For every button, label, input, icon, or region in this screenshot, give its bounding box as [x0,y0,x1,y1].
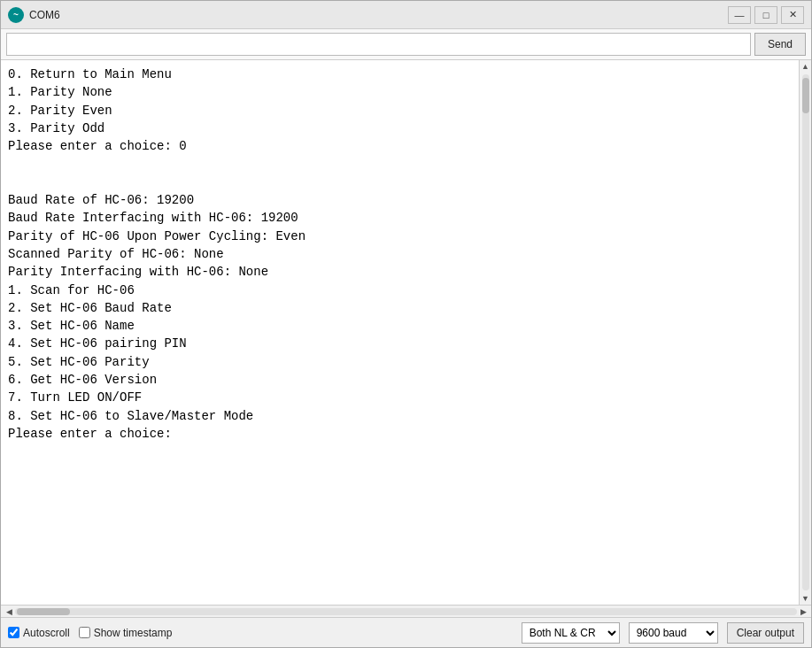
close-button[interactable]: ✕ [781,6,804,24]
scroll-right-arrow[interactable]: ▶ [797,606,809,618]
window-title: COM6 [29,9,728,21]
timestamp-checkbox[interactable] [79,627,90,638]
baud-rate-select[interactable]: 300 baud 1200 baud 2400 baud 4800 baud 9… [629,622,718,644]
title-bar: ~ COM6 — □ ✕ [1,1,811,29]
timestamp-label[interactable]: Show timestamp [94,627,173,639]
line-ending-select[interactable]: No line ending Newline Carriage return B… [522,622,620,644]
scroll-thumb-horizontal[interactable] [17,608,70,615]
scroll-down-arrow[interactable]: ▼ [800,592,812,605]
autoscroll-checkbox[interactable] [8,627,19,638]
timestamp-group: Show timestamp [79,627,173,639]
autoscroll-group: Autoscroll [8,627,70,639]
minimize-button[interactable]: — [728,6,751,24]
send-button[interactable]: Send [754,33,806,56]
vertical-scrollbar[interactable]: ▲ ▼ [799,60,811,605]
horizontal-scrollbar[interactable]: ◀ ▶ [1,605,811,617]
main-window: ~ COM6 — □ ✕ Send 0. Return to Main Menu… [0,0,812,648]
serial-input[interactable] [6,33,751,56]
autoscroll-label[interactable]: Autoscroll [23,627,70,639]
maximize-button[interactable]: □ [754,6,777,24]
clear-output-button[interactable]: Clear output [727,622,804,644]
toolbar: Send [1,29,811,60]
scroll-track-horizontal[interactable] [15,608,797,615]
scroll-track-vertical[interactable] [802,74,809,590]
serial-output: 0. Return to Main Menu 1. Parity None 2.… [1,60,799,605]
app-icon-label: ~ [13,10,19,19]
scroll-thumb-vertical[interactable] [802,78,809,113]
status-bar: Autoscroll Show timestamp No line ending… [1,617,811,647]
scroll-left-arrow[interactable]: ◀ [3,606,15,618]
app-icon: ~ [8,7,24,23]
scroll-up-arrow[interactable]: ▲ [800,60,812,73]
window-controls: — □ ✕ [728,6,804,24]
output-container: 0. Return to Main Menu 1. Parity None 2.… [1,60,811,605]
